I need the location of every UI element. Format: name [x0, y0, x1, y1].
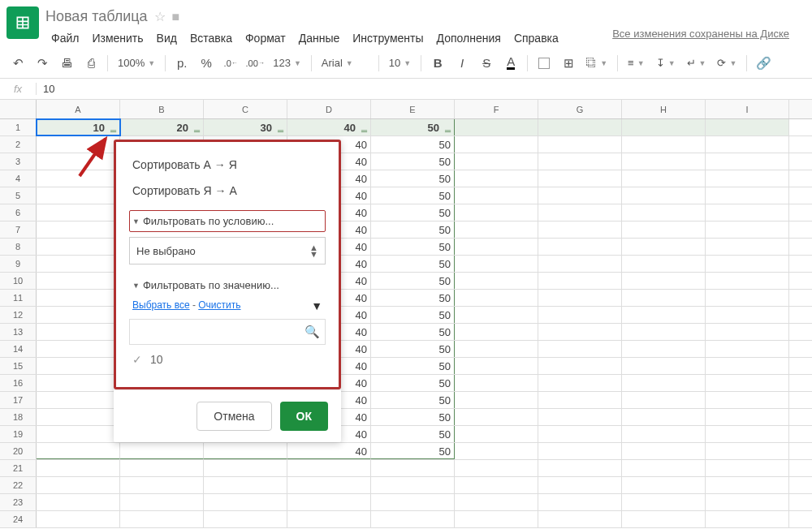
halign-button[interactable]: ≡▼: [623, 52, 650, 75]
col-header[interactable]: E: [371, 100, 455, 118]
cell[interactable]: 50: [371, 204, 455, 221]
row-header[interactable]: 10: [0, 273, 37, 289]
link-button[interactable]: 🔗: [752, 52, 775, 75]
cell[interactable]: [371, 477, 455, 493]
cell[interactable]: 50: [371, 409, 455, 425]
cell[interactable]: [37, 477, 120, 493]
cell[interactable]: [37, 460, 120, 476]
cell[interactable]: [538, 307, 622, 323]
row-header[interactable]: 17: [0, 392, 37, 408]
ok-button[interactable]: ОК: [280, 402, 328, 431]
cell[interactable]: [622, 307, 706, 323]
cell[interactable]: [706, 221, 789, 238]
menu-addons[interactable]: Дополнения: [431, 28, 507, 48]
cell[interactable]: 50: [371, 443, 455, 459]
cell[interactable]: [622, 358, 706, 374]
cell[interactable]: [538, 273, 622, 289]
cell[interactable]: [37, 426, 120, 442]
cell[interactable]: [37, 358, 120, 374]
row-header[interactable]: 15: [0, 358, 37, 374]
cell[interactable]: [706, 204, 789, 221]
cell[interactable]: [37, 409, 120, 425]
cell[interactable]: [455, 426, 538, 442]
cell[interactable]: [622, 341, 706, 357]
cell[interactable]: [538, 136, 622, 153]
cell[interactable]: 50: [371, 324, 455, 340]
row-header[interactable]: 4: [0, 170, 37, 187]
col-header[interactable]: F: [455, 100, 538, 118]
menu-tools[interactable]: Инструменты: [347, 28, 429, 48]
cell[interactable]: [37, 273, 120, 289]
row-header[interactable]: 14: [0, 341, 37, 357]
cell[interactable]: [37, 256, 120, 272]
row-header[interactable]: 13: [0, 324, 37, 340]
cell[interactable]: 50: [371, 256, 455, 272]
filter-search-input[interactable]: 🔍: [129, 319, 326, 345]
cell[interactable]: 50: [371, 187, 455, 204]
col-header[interactable]: I: [706, 100, 789, 118]
cell[interactable]: [706, 477, 789, 493]
cell[interactable]: [622, 409, 706, 425]
menu-data[interactable]: Данные: [293, 28, 346, 48]
cell[interactable]: [455, 119, 538, 135]
cell[interactable]: [706, 119, 789, 135]
cell[interactable]: [455, 187, 538, 204]
cell[interactable]: [37, 153, 120, 170]
row-header[interactable]: 3: [0, 153, 37, 170]
filter-value-item[interactable]: ✓ 10: [129, 345, 326, 374]
row-header[interactable]: 24: [0, 511, 37, 527]
cell[interactable]: [538, 460, 622, 476]
cell[interactable]: [622, 221, 706, 238]
cell[interactable]: [37, 494, 120, 510]
cell[interactable]: [37, 221, 120, 238]
row-header[interactable]: 22: [0, 477, 37, 493]
cell[interactable]: [706, 136, 789, 153]
cell[interactable]: [287, 477, 371, 493]
cell[interactable]: [706, 358, 789, 374]
cell[interactable]: [622, 136, 706, 153]
cell[interactable]: [538, 392, 622, 408]
cell[interactable]: [622, 375, 706, 391]
cell[interactable]: [37, 324, 120, 340]
folder-icon[interactable]: ■: [172, 10, 180, 24]
cell[interactable]: [37, 239, 120, 255]
merge-button[interactable]: ⿻▼: [581, 52, 612, 75]
cell[interactable]: [204, 511, 287, 527]
cell[interactable]: [455, 460, 538, 476]
cell[interactable]: [622, 187, 706, 204]
col-header[interactable]: A: [37, 100, 120, 118]
cell[interactable]: [37, 307, 120, 323]
cell[interactable]: [371, 494, 455, 510]
cell[interactable]: [455, 443, 538, 459]
cell[interactable]: [455, 511, 538, 527]
cell[interactable]: [706, 511, 789, 527]
cell[interactable]: [37, 341, 120, 357]
cell[interactable]: [538, 119, 622, 135]
cell[interactable]: [455, 221, 538, 238]
menu-help[interactable]: Справка: [508, 28, 564, 48]
cell[interactable]: [706, 273, 789, 289]
cell[interactable]: [538, 256, 622, 272]
cell[interactable]: [538, 204, 622, 221]
menu-view[interactable]: Вид: [151, 28, 183, 48]
cell[interactable]: [120, 494, 204, 510]
undo-button[interactable]: ↶: [6, 52, 29, 75]
cell[interactable]: [455, 324, 538, 340]
cell[interactable]: [538, 170, 622, 187]
valign-button[interactable]: ↧▼: [651, 52, 680, 75]
cell[interactable]: 50: [371, 358, 455, 374]
cell[interactable]: [622, 426, 706, 442]
cell[interactable]: [204, 494, 287, 510]
cell[interactable]: [455, 358, 538, 374]
cell[interactable]: [204, 443, 287, 459]
condition-select[interactable]: Не выбрано ▲▼: [129, 237, 326, 264]
cell[interactable]: [455, 170, 538, 187]
cell[interactable]: [120, 460, 204, 476]
cell[interactable]: [538, 409, 622, 425]
cell[interactable]: [538, 187, 622, 204]
col-header[interactable]: B: [120, 100, 204, 118]
cell[interactable]: [371, 511, 455, 527]
cell[interactable]: [706, 256, 789, 272]
cell[interactable]: [706, 290, 789, 306]
row-header[interactable]: 19: [0, 426, 37, 442]
